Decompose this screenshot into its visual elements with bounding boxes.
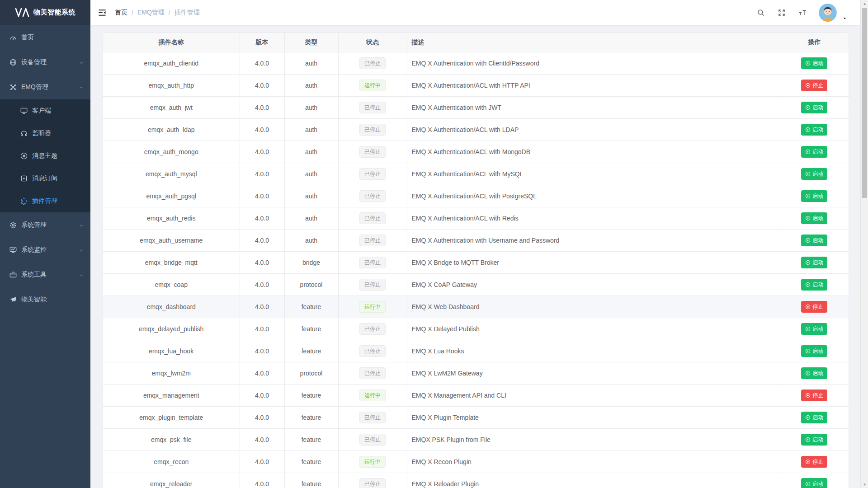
start-button[interactable]: 启动 <box>801 102 827 113</box>
sidebar-item-label: 系统工具 <box>21 271 47 279</box>
plugin-status-cell: 已停止 <box>338 362 407 385</box>
plugin-version-cell: 4.0.0 <box>240 362 284 385</box>
start-button[interactable]: 启动 <box>801 323 827 335</box>
action-button-label: 启动 <box>812 436 823 444</box>
status-badge: 已停止 <box>359 124 386 136</box>
start-button[interactable]: 启动 <box>801 345 827 357</box>
start-button[interactable]: 启动 <box>801 367 827 379</box>
table-row: emqx_dashboard4.0.0feature运行中EMQ X Web D… <box>103 296 849 318</box>
plugin-action-cell: 启动 <box>780 185 849 207</box>
start-button[interactable]: 启动 <box>801 235 827 246</box>
plugin-version-cell: 4.0.0 <box>240 385 284 407</box>
scroll-up-icon[interactable]: ▲ <box>861 0 868 7</box>
plugin-description-cell: EMQ X Delayed Publish <box>407 318 780 340</box>
col-status: 状态 <box>338 33 407 52</box>
table-row: emqx_auth_http4.0.0auth运行中EMQ X Authenti… <box>103 75 849 97</box>
sidebar-item-subscriptions[interactable]: 消息订阅 <box>0 167 90 190</box>
stop-button[interactable]: 停止 <box>801 389 827 401</box>
headset-icon <box>20 129 28 137</box>
sidebar-item-label: 物美智能 <box>21 296 47 304</box>
plugin-action-cell: 启动 <box>780 141 849 163</box>
plugin-status-cell: 运行中 <box>338 385 407 407</box>
start-button[interactable]: 启动 <box>801 434 827 446</box>
content-area: 插件名称 版本 类型 状态 描述 操作 emqx_auth_clientid4.… <box>90 25 860 488</box>
status-badge: 运行中 <box>359 456 386 468</box>
sidebar-item-wumei[interactable]: 物美智能 <box>0 287 90 312</box>
plugin-action-cell: 启动 <box>780 119 849 141</box>
action-button-label: 停止 <box>812 303 823 311</box>
sidebar-item-listeners[interactable]: 监听器 <box>0 122 90 145</box>
sidebar-item-topics[interactable]: 消息主题 <box>0 145 90 167</box>
breadcrumb: 首页 / EMQ管理 / 插件管理 <box>115 9 200 17</box>
sidebar-item-emq[interactable]: EMQ管理 <box>0 75 90 99</box>
play-circle-icon <box>805 326 811 332</box>
breadcrumb-home[interactable]: 首页 <box>115 9 127 17</box>
sidebar-item-system[interactable]: 系统管理 <box>0 212 90 237</box>
plugin-status-cell: 已停止 <box>338 230 407 252</box>
vertical-scrollbar[interactable]: ▲ ▼ <box>860 0 868 488</box>
plugin-name-cell: emqx_auth_username <box>103 230 240 252</box>
avatar[interactable] <box>819 4 837 22</box>
plugin-version-cell: 4.0.0 <box>240 230 284 252</box>
plugin-name-cell: emqx_coap <box>103 274 240 296</box>
play-circle-icon <box>805 481 811 487</box>
status-badge: 运行中 <box>359 389 386 401</box>
plugin-name-cell: emqx_auth_mysql <box>103 163 240 185</box>
user-menu[interactable] <box>819 4 848 22</box>
subscribe-plus-icon <box>20 174 28 183</box>
scrollbar-thumb[interactable] <box>862 8 867 198</box>
plugin-type-cell: feature <box>284 296 338 318</box>
start-button[interactable]: 启动 <box>801 212 827 224</box>
breadcrumb-separator: / <box>169 9 170 16</box>
sidebar-item-clients[interactable]: 客户端 <box>0 99 90 122</box>
stop-button[interactable]: 停止 <box>801 80 827 91</box>
plugin-action-cell: 启动 <box>780 274 849 296</box>
status-badge: 已停止 <box>359 345 386 357</box>
action-button-label: 启动 <box>812 259 823 267</box>
sidebar-item-home[interactable]: 首页 <box>0 25 90 50</box>
sidebar-item-label: 系统监控 <box>21 246 47 254</box>
plugin-action-cell: 启动 <box>780 362 849 385</box>
breadcrumb-section: EMQ管理 <box>137 9 165 17</box>
plugin-status-cell: 已停止 <box>338 207 407 230</box>
fullscreen-icon[interactable] <box>777 8 786 17</box>
start-button[interactable]: 启动 <box>801 190 827 202</box>
status-badge: 已停止 <box>359 168 386 180</box>
start-button[interactable]: 启动 <box>801 57 827 69</box>
plugin-type-cell: protocol <box>284 274 338 296</box>
sidebar-item-tools[interactable]: 系统工具 <box>0 262 90 287</box>
chevron-down-icon <box>79 247 84 253</box>
font-size-icon[interactable] <box>798 8 807 17</box>
plugin-version-cell: 4.0.0 <box>240 429 284 451</box>
stop-button[interactable]: 停止 <box>801 301 827 313</box>
caret-down-icon <box>842 14 848 20</box>
sidebar-collapse-icon[interactable] <box>98 8 108 18</box>
status-badge: 已停止 <box>359 235 386 246</box>
play-circle-icon <box>805 260 811 265</box>
start-button[interactable]: 启动 <box>801 257 827 268</box>
monitor-icon <box>20 107 28 115</box>
sidebar-item-monitoring[interactable]: 系统监控 <box>0 237 90 262</box>
plugin-type-cell: feature <box>284 318 338 340</box>
plugin-action-cell: 启动 <box>780 207 849 230</box>
action-button-label: 启动 <box>812 414 823 422</box>
start-button[interactable]: 启动 <box>801 412 827 423</box>
stop-button[interactable]: 停止 <box>801 456 827 468</box>
scroll-down-icon[interactable]: ▼ <box>861 481 868 488</box>
search-icon[interactable] <box>756 8 765 17</box>
start-button[interactable]: 启动 <box>801 146 827 158</box>
start-button[interactable]: 启动 <box>801 279 827 291</box>
plugin-status-cell: 运行中 <box>338 296 407 318</box>
col-version: 版本 <box>240 33 284 52</box>
breadcrumb-separator: / <box>132 9 133 16</box>
plugin-action-cell: 启动 <box>780 340 849 362</box>
plugin-type-cell: protocol <box>284 362 338 385</box>
stop-circle-icon <box>805 83 811 88</box>
status-badge: 已停止 <box>359 57 386 69</box>
app-logo[interactable]: 物美智能系统 <box>0 0 90 25</box>
start-button[interactable]: 启动 <box>801 478 827 488</box>
sidebar-item-plugins[interactable]: 插件管理 <box>0 190 90 212</box>
sidebar-item-device[interactable]: 设备管理 <box>0 50 90 75</box>
start-button[interactable]: 启动 <box>801 168 827 180</box>
start-button[interactable]: 启动 <box>801 124 827 136</box>
